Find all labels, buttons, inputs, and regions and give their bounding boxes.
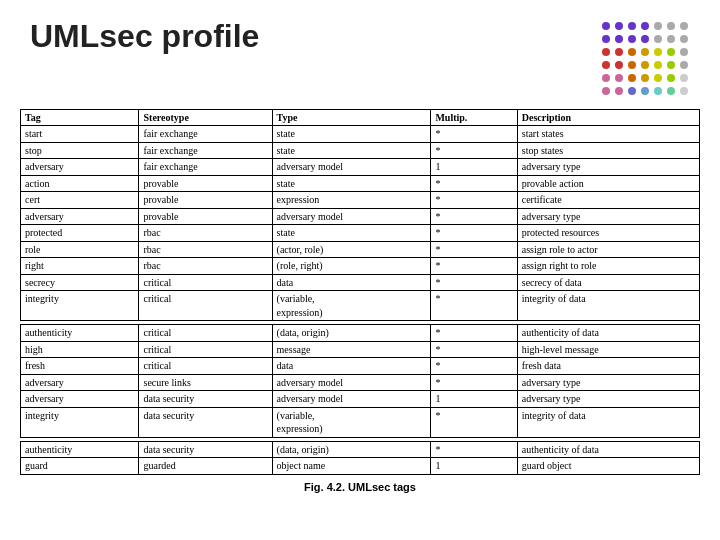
dot bbox=[615, 22, 623, 30]
dot bbox=[680, 61, 688, 69]
table-cell: authenticity bbox=[21, 441, 139, 458]
table-row: protectedrbacstate*protected resources bbox=[21, 225, 700, 242]
table-cell: critical bbox=[139, 325, 272, 342]
table-cell: assign role to actor bbox=[517, 241, 699, 258]
dot bbox=[641, 22, 649, 30]
table-cell: expression bbox=[272, 192, 431, 209]
table-cell: role bbox=[21, 241, 139, 258]
table-cell: adversary bbox=[21, 374, 139, 391]
table-cell: guard object bbox=[517, 458, 699, 475]
table-cell: adversary bbox=[21, 159, 139, 176]
table-cell: * bbox=[431, 291, 517, 321]
table-cell: adversary bbox=[21, 208, 139, 225]
table-cell: * bbox=[431, 341, 517, 358]
table-cell: adversary type bbox=[517, 159, 699, 176]
table-cell: data bbox=[272, 358, 431, 375]
dot bbox=[654, 48, 662, 56]
dot bbox=[628, 61, 636, 69]
table-row: adversaryfair exchangeadversary model1ad… bbox=[21, 159, 700, 176]
table-row: adversarydata securityadversary model1ad… bbox=[21, 391, 700, 408]
dot bbox=[628, 22, 636, 30]
table-cell: (data, origin) bbox=[272, 441, 431, 458]
table-cell: high-level message bbox=[517, 341, 699, 358]
dot bbox=[641, 48, 649, 56]
table-cell: * bbox=[431, 374, 517, 391]
table-cell: adversary type bbox=[517, 391, 699, 408]
table-cell: data security bbox=[139, 441, 272, 458]
table-cell: (role, right) bbox=[272, 258, 431, 275]
table-cell: integrity of data bbox=[517, 407, 699, 437]
table-cell: high bbox=[21, 341, 139, 358]
table-cell: guarded bbox=[139, 458, 272, 475]
table-cell: (variable,expression) bbox=[272, 407, 431, 437]
dot bbox=[680, 74, 688, 82]
table-row: integritycritical(variable,expression)*i… bbox=[21, 291, 700, 321]
table-row: highcriticalmessage*high-level message bbox=[21, 341, 700, 358]
table-cell: rbac bbox=[139, 225, 272, 242]
table-cell: adversary model bbox=[272, 159, 431, 176]
table-cell: * bbox=[431, 126, 517, 143]
table-cell: authenticity of data bbox=[517, 325, 699, 342]
dot bbox=[615, 74, 623, 82]
uml-table: TagStereotypeTypeMultip.Description star… bbox=[20, 109, 700, 475]
table-cell: right bbox=[21, 258, 139, 275]
dot-grid-decoration bbox=[602, 22, 690, 97]
dot bbox=[667, 35, 675, 43]
page-title: UMLsec profile bbox=[30, 18, 259, 55]
dot bbox=[615, 48, 623, 56]
table-cell: critical bbox=[139, 274, 272, 291]
table-cell: assign right to role bbox=[517, 258, 699, 275]
table-row: rolerbac(actor, role)*assign role to act… bbox=[21, 241, 700, 258]
table-header-cell: Tag bbox=[21, 110, 139, 126]
main-content: TagStereotypeTypeMultip.Description star… bbox=[0, 105, 720, 497]
table-cell: authenticity of data bbox=[517, 441, 699, 458]
table-cell: rbac bbox=[139, 258, 272, 275]
table-cell: protected resources bbox=[517, 225, 699, 242]
table-cell: * bbox=[431, 325, 517, 342]
table-cell: (variable,expression) bbox=[272, 291, 431, 321]
table-row: freshcriticaldata*fresh data bbox=[21, 358, 700, 375]
dot bbox=[654, 61, 662, 69]
dot bbox=[641, 74, 649, 82]
table-cell: critical bbox=[139, 341, 272, 358]
table-cell: state bbox=[272, 126, 431, 143]
table-cell: stop states bbox=[517, 142, 699, 159]
table-cell: adversary bbox=[21, 391, 139, 408]
table-cell: state bbox=[272, 142, 431, 159]
dot bbox=[654, 35, 662, 43]
dot bbox=[628, 48, 636, 56]
table-cell: integrity bbox=[21, 291, 139, 321]
table-cell: critical bbox=[139, 291, 272, 321]
table-row: authenticitydata security(data, origin)*… bbox=[21, 441, 700, 458]
table-cell: * bbox=[431, 241, 517, 258]
table-cell: * bbox=[431, 208, 517, 225]
table-cell: secrecy of data bbox=[517, 274, 699, 291]
table-row: integritydata security(variable,expressi… bbox=[21, 407, 700, 437]
table-cell: fair exchange bbox=[139, 126, 272, 143]
dot bbox=[602, 87, 610, 95]
table-cell: (data, origin) bbox=[272, 325, 431, 342]
table-cell: provable action bbox=[517, 175, 699, 192]
table-cell: * bbox=[431, 175, 517, 192]
table-row: adversaryprovableadversary model*adversa… bbox=[21, 208, 700, 225]
table-cell: secrecy bbox=[21, 274, 139, 291]
table-cell: * bbox=[431, 258, 517, 275]
table-cell: * bbox=[431, 441, 517, 458]
table-cell: protected bbox=[21, 225, 139, 242]
table-cell: 1 bbox=[431, 391, 517, 408]
table-row: guardguardedobject name1guard object bbox=[21, 458, 700, 475]
table-cell: (actor, role) bbox=[272, 241, 431, 258]
dot bbox=[641, 35, 649, 43]
table-cell: data security bbox=[139, 391, 272, 408]
table-row: stopfair exchangestate*stop states bbox=[21, 142, 700, 159]
table-cell: authenticity bbox=[21, 325, 139, 342]
dot bbox=[641, 61, 649, 69]
table-cell: action bbox=[21, 175, 139, 192]
table-cell: state bbox=[272, 225, 431, 242]
table-cell: data security bbox=[139, 407, 272, 437]
table-row: authenticitycritical(data, origin)*authe… bbox=[21, 325, 700, 342]
table-cell: start bbox=[21, 126, 139, 143]
table-cell: data bbox=[272, 274, 431, 291]
table-cell: * bbox=[431, 225, 517, 242]
dot bbox=[615, 87, 623, 95]
